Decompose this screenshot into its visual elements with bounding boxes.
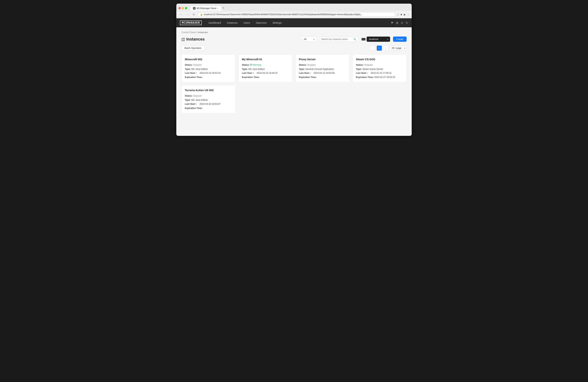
instance-laststart-row: Last Start： 2024-01-22 17:06:21 [356, 71, 403, 75]
search-input[interactable] [321, 38, 352, 40]
status-stopped: Stopped [364, 64, 373, 66]
browser-toolbar-actions: ☆ ■ ◆ ⋮ [397, 13, 410, 16]
reload-button[interactable]: ↻ [191, 13, 196, 17]
filter-dropdown[interactable]: All [301, 37, 316, 42]
status-stopped: Stopped [193, 64, 202, 66]
instance-status-row: Status: Stopped [185, 94, 232, 98]
user-icon[interactable]: ⊙ [401, 21, 403, 25]
instance-laststart-row: Last Start： 2024-03-19 19:49:15 [242, 71, 289, 75]
menu-icon[interactable]: ⋮ [407, 13, 410, 16]
pagination: ‹ 1 › 20 / page 50 / page [370, 46, 407, 51]
active-tab[interactable]: M MCSManager Panel × [190, 6, 221, 11]
flag-icon[interactable]: ⚑ [391, 21, 393, 25]
nav-instances[interactable]: Instances [224, 20, 240, 26]
instance-name: Minecraft 002 [185, 58, 232, 61]
daemon-selector-wrap: localhost [361, 37, 390, 42]
status-stopped: Stopped [307, 64, 316, 66]
nav-settings[interactable]: Settings [270, 20, 284, 26]
nav-users[interactable]: Users [241, 20, 253, 26]
per-page-wrap: 20 / page 50 / page [390, 46, 407, 50]
daemon-dropdown-wrap: localhost [367, 37, 390, 42]
traffic-lights [178, 7, 187, 9]
instance-info: Status: Stopped Type: MC Java Edition La… [185, 63, 232, 79]
app-navbar: MCSMANAGER Dashboard Instances Users Dae… [176, 18, 412, 27]
batch-operation-button[interactable]: Batch Operation [181, 45, 205, 51]
maximize-window-button[interactable] [185, 7, 187, 9]
nav-links: Dashboard Instances Users Daemons Settin… [206, 20, 391, 26]
current-page-button[interactable]: 1 [377, 46, 382, 51]
profile-icon[interactable]: ◆ [403, 13, 405, 16]
instance-status-row: Status: Stopped [356, 63, 403, 67]
app-content: Control Panel / Instances ◫ Instances Al… [176, 27, 412, 136]
instances-grid: Minecraft 002 Status: Stopped Type: MC J… [181, 54, 407, 113]
tab-title: MCSManager Panel [197, 7, 216, 10]
instance-name: Proxy Server [299, 58, 346, 61]
app-logo[interactable]: MCSMANAGER [180, 20, 202, 25]
instance-card[interactable]: Terraria Action US 002 Status: Stopped T… [181, 85, 235, 113]
instance-info: Status: Stopped Type: Steam Game Server … [356, 63, 403, 79]
daemon-dropdown[interactable]: localhost [367, 37, 390, 42]
browser-titlebar: M MCSManager Panel × + [176, 4, 412, 11]
status-stopped: Stopped [193, 95, 202, 97]
nav-actions: ⚑ ⊞ ⊙ ↻ [391, 21, 408, 25]
instance-type-row: Type: MC Java Edition [185, 67, 232, 71]
breadcrumb: Control Panel / Instances [181, 31, 407, 34]
grid-icon[interactable]: ⊞ [396, 21, 398, 25]
tab-bar: M MCSManager Panel × + [190, 5, 410, 11]
browser-toolbar: ← → ↻ 🔒 localhost:5173/#/instances?daemo… [176, 11, 412, 18]
instance-type-row: Type: General Console Application [299, 67, 346, 71]
daemon-icon [361, 38, 365, 40]
instance-type-row: Type: MC Java Edition [185, 98, 232, 102]
create-button[interactable]: Create [393, 37, 407, 42]
breadcrumb-separator: / [196, 31, 197, 34]
instance-status-row: Status: Running [242, 63, 289, 67]
refresh-icon[interactable]: ↻ [406, 21, 408, 25]
address-bar[interactable]: 🔒 localhost:5173/#/instances?daemonId=20… [197, 12, 395, 17]
instance-status-row: Status: Stopped [185, 63, 232, 67]
status-running: Running [253, 64, 261, 66]
instances-icon: ◫ [181, 37, 185, 41]
instance-expiration-row: Expiration Time: [299, 75, 346, 79]
breadcrumb-current: Instances [198, 31, 208, 34]
address-text: localhost:5173/#/instances?daemonId=2068… [204, 13, 393, 16]
new-tab-button[interactable]: + [221, 5, 226, 11]
browser-window: M MCSManager Panel × + ← → ↻ 🔒 localhost… [176, 4, 412, 136]
instance-info: Status: Running Type: MC Java Edition La… [242, 63, 289, 79]
close-window-button[interactable] [178, 7, 181, 9]
per-page-select[interactable]: 20 / page 50 / page [390, 46, 407, 50]
page-title-text: Instances [186, 37, 205, 42]
filter-dropdown-wrap: All [301, 37, 316, 42]
instance-laststart-row: Last Start： 2024-03-19 19:53:19 [185, 71, 232, 75]
back-button[interactable]: ← [178, 13, 184, 17]
instance-type-row: Type: MC Java Edition [242, 67, 289, 71]
nav-dashboard[interactable]: Dashboard [206, 20, 224, 26]
nav-daemons[interactable]: Daemons [253, 20, 269, 26]
instance-card[interactable]: Proxy Server Status: Stopped Type: Gener… [295, 54, 350, 82]
minimize-window-button[interactable] [182, 7, 184, 9]
instance-laststart-row: Last Start： 2024-03-13 19:50:58 [299, 71, 346, 75]
tab-close-button[interactable]: × [217, 7, 218, 9]
instance-expiration-row: Expiration Time: 2024-03-27 19:52:22 [356, 75, 403, 79]
instance-type-row: Type: Steam Game Server [356, 67, 403, 71]
forward-button[interactable]: → [185, 13, 190, 17]
bookmark-icon[interactable]: ☆ [397, 13, 399, 16]
breadcrumb-parent[interactable]: Control Panel [181, 31, 196, 34]
page-title: ◫ Instances [181, 37, 205, 42]
search-box: 🔍 [319, 37, 359, 42]
next-page-button[interactable]: › [383, 46, 388, 51]
instance-status-row: Status: Stopped [299, 63, 346, 67]
instance-name: Terraria Action US 002 [185, 89, 232, 92]
extensions-icon[interactable]: ■ [401, 13, 402, 16]
instance-info: Status: Stopped Type: General Console Ap… [299, 63, 346, 79]
toolbar-row: Batch Operation ‹ 1 › 20 / page 50 / pag… [181, 45, 407, 51]
page-header: ◫ Instances All 🔍 localhost [181, 37, 407, 42]
instance-card[interactable]: Minecraft 002 Status: Stopped Type: MC J… [181, 54, 235, 82]
instance-info: Status: Stopped Type: MC Java Edition La… [185, 94, 232, 110]
instance-card[interactable]: Steam CS:GO2 Status: Stopped Type: Steam… [353, 54, 407, 82]
instance-name: Steam CS:GO2 [356, 58, 403, 61]
prev-page-button[interactable]: ‹ [370, 46, 375, 51]
instance-card[interactable]: My Minecraft 01 Status: Running Type: MC… [238, 54, 293, 82]
instance-name: My Minecraft 01 [242, 58, 289, 61]
instance-expiration-row: Expiration Time: [242, 75, 289, 79]
instance-expiration-row: Expiration Time: [185, 75, 232, 79]
